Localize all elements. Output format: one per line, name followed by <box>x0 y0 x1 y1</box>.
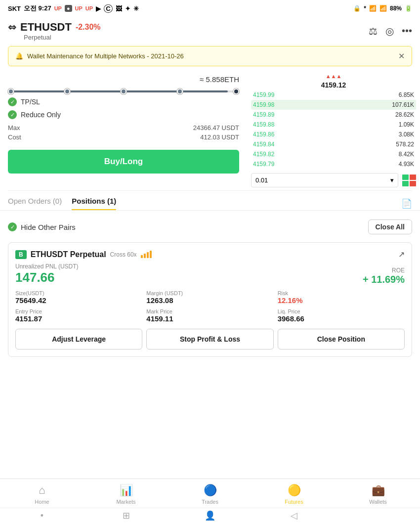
wifi-icon: 📶 <box>369 5 377 12</box>
tab-positions[interactable]: Positions (1) <box>72 197 116 210</box>
chevron-down-icon: ▾ <box>390 176 394 184</box>
up-icon3: UP <box>85 5 93 11</box>
position-card: B ETHUSDT Perpetual Cross 60x ↗ Unrealiz… <box>8 242 412 357</box>
arrows-icon: ⇔ <box>8 21 16 33</box>
position-tag: Cross 60x <box>110 251 137 258</box>
hide-pairs-label: Hide Other Pairs <box>21 223 76 231</box>
trades-icon: 🔵 <box>204 484 217 497</box>
slider-dot-75 <box>177 88 183 94</box>
status-bar: SKT 오전 9:27 UP ● UP UP ▶ C 🖼 ✦ ✳ 🔒 * 📶 📶… <box>0 0 420 17</box>
header-left: ⇔ ETHUSDT -2.30% Perpetual <box>8 21 101 41</box>
alert-icon[interactable]: ◎ <box>385 25 394 37</box>
symbol: ETHUSDT <box>20 21 72 34</box>
orderbook-panel: ▲▲▲ 4159.12 4159.99 6.85K 4159.98 107.61… <box>247 69 420 190</box>
stats-grid: Size(USDT) 75649.42 Margin (USDT) 1263.0… <box>15 290 405 323</box>
time: 오전 9:27 <box>24 4 51 13</box>
lbar-4 <box>150 251 152 258</box>
grid-cell-1 <box>402 175 409 180</box>
star-icon: ✦ <box>125 5 130 12</box>
orderbook-price: 4159.82 <box>253 151 274 158</box>
close-all-button[interactable]: Close All <box>368 219 412 234</box>
nav-home[interactable]: ⌂ Home <box>27 484 57 505</box>
tab-open-orders[interactable]: Open Orders (0) <box>8 197 62 210</box>
play-icon: ▶ <box>96 5 101 12</box>
close-position-button[interactable]: Close Position <box>278 329 405 350</box>
nav-futures[interactable]: 🟡 Futures <box>279 484 309 505</box>
wallets-icon: 💼 <box>372 484 385 497</box>
external-link-icon[interactable]: ↗ <box>398 250 405 259</box>
tpsl-checkbox[interactable]: ✓ <box>8 97 17 106</box>
c-icon: C <box>104 4 112 13</box>
hide-pairs-checkbox[interactable]: ✓ <box>8 222 17 231</box>
mark-label: Mark Price <box>146 308 273 314</box>
orderbook-price: 4159.99 <box>253 91 274 98</box>
tabs-row: Open Orders (0) Positions (1) 📄 <box>0 191 420 211</box>
orderbook-price: 4159.88 <box>253 121 274 128</box>
orderbook-select[interactable]: 0.01 ▾ <box>251 173 398 187</box>
reduce-only-row[interactable]: ✓ Reduce Only <box>8 110 239 119</box>
bluetooth-icon: * <box>364 5 366 12</box>
position-name: ETHUSDT Perpetual <box>31 250 106 259</box>
nav-dot[interactable]: • <box>27 510 57 521</box>
orderbook-size: 1.09K <box>399 121 414 128</box>
battery: 88% <box>390 5 402 12</box>
tpsl-label: TP/SL <box>21 98 40 106</box>
entry-value: 4151.87 <box>15 314 142 323</box>
eth-amount: ≈ 5.858ETH <box>8 73 239 86</box>
chat-icon: ● <box>65 5 72 12</box>
perpetual-label: Perpetual <box>8 34 101 41</box>
slider-dot-50 <box>121 88 126 94</box>
buy-long-button[interactable]: Buy/Long <box>8 150 239 174</box>
markets-icon: 📊 <box>120 484 133 497</box>
nav-futures-label: Futures <box>285 499 303 505</box>
nav-markets[interactable]: 📊 Markets <box>111 484 141 505</box>
settings-icon[interactable]: ⚖ <box>369 25 378 37</box>
liq-stat: Liq. Price 3968.66 <box>278 308 405 323</box>
orderbook-size: 107.61K <box>392 101 414 108</box>
notification-left: 🔔 Wallet Maintenance for Multiple Networ… <box>15 52 184 60</box>
margin-label: Margin (USDT) <box>146 290 273 296</box>
orderbook-bottom: 0.01 ▾ <box>251 173 416 187</box>
nav-wallets[interactable]: 💼 Wallets <box>363 484 393 505</box>
adjust-leverage-button[interactable]: Adjust Leverage <box>15 329 142 350</box>
orderbook-price-red: ▲▲▲ <box>251 72 416 80</box>
hide-pairs-row: ✓ Hide Other Pairs Close All <box>8 216 412 238</box>
bell-icon: 🔔 <box>15 52 23 60</box>
size-stat: Size(USDT) 75649.42 <box>15 290 142 305</box>
grid-view-icon[interactable] <box>402 175 416 186</box>
orderbook-row: 4159.79 4.93K <box>251 159 416 169</box>
more-icon[interactable]: ••• <box>402 25 412 37</box>
nav-grid[interactable]: ⊞ <box>111 510 141 521</box>
orderbook-mid-price: 4159.12 <box>251 80 416 90</box>
grid-cell-4 <box>410 181 416 186</box>
close-notification-button[interactable]: ✕ <box>398 51 405 61</box>
nav-trades[interactable]: 🔵 Trades <box>195 484 225 505</box>
roe-right: ROE + 11.69% <box>363 267 405 285</box>
nav-back[interactable]: ◁ <box>279 510 309 521</box>
mark-stat: Mark Price 4159.11 <box>146 308 273 323</box>
margin-value: 1263.08 <box>146 296 273 305</box>
orderbook-row: 4159.84 578.22 <box>251 139 416 149</box>
home-icon: ⌂ <box>39 484 45 497</box>
orderbook-row: 4159.86 3.08K <box>251 130 416 139</box>
grid-cell-3 <box>402 181 409 186</box>
header-icons: ⚖ ◎ ••• <box>369 25 412 37</box>
entry-label: Entry Price <box>15 308 142 314</box>
document-icon[interactable]: 📄 <box>401 198 412 209</box>
nav-person[interactable]: 👤 <box>195 510 225 521</box>
stop-profit-loss-button[interactable]: Stop Profit & Loss <box>146 329 273 350</box>
price-change: -2.30% <box>76 23 101 32</box>
size-value: 75649.42 <box>15 296 142 305</box>
liq-label: Liq. Price <box>278 308 405 314</box>
reduce-only-checkbox[interactable]: ✓ <box>8 110 17 119</box>
orderbook-rows: 4159.99 6.85K 4159.98 107.61K 4159.89 28… <box>251 90 416 169</box>
tpsl-row[interactable]: ✓ TP/SL <box>8 97 239 106</box>
main-area: ≈ 5.858ETH ✓ TP/SL <box>0 69 420 190</box>
hide-pairs-left: ✓ Hide Other Pairs <box>8 222 76 231</box>
slider-dot-25 <box>64 88 70 94</box>
cost-label: Cost <box>8 133 21 141</box>
leverage-bars <box>141 251 152 258</box>
slider-container[interactable] <box>8 90 239 92</box>
orderbook-row: 4159.88 1.09K <box>251 120 416 130</box>
risk-label: Risk <box>278 290 405 296</box>
